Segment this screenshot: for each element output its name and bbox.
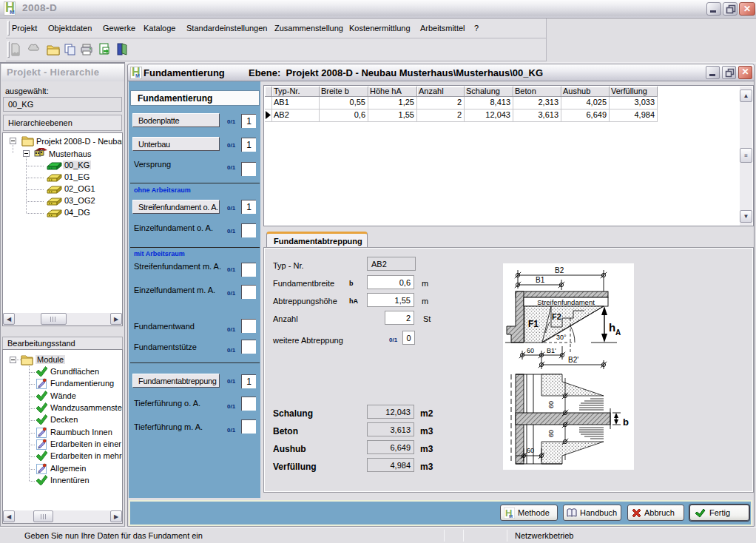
svg-text:F2: F2 <box>552 312 561 321</box>
svg-text:B2': B2' <box>568 356 578 364</box>
svg-text:M: M <box>509 514 513 519</box>
svg-text:A: A <box>615 328 621 337</box>
svg-text:B1: B1 <box>536 276 545 284</box>
svg-text:B1': B1' <box>547 347 556 354</box>
svg-text:30°: 30° <box>556 334 567 341</box>
svg-text:h: h <box>609 321 615 334</box>
svg-text:60: 60 <box>527 447 534 454</box>
svg-text:F1: F1 <box>528 319 539 329</box>
svg-text:B2: B2 <box>555 266 564 274</box>
svg-text:b: b <box>623 416 629 428</box>
svg-text:60: 60 <box>547 401 555 408</box>
svg-text:60: 60 <box>547 430 555 437</box>
svg-text:Streifenfundament: Streifenfundament <box>537 298 595 306</box>
svg-text:60: 60 <box>527 347 534 354</box>
